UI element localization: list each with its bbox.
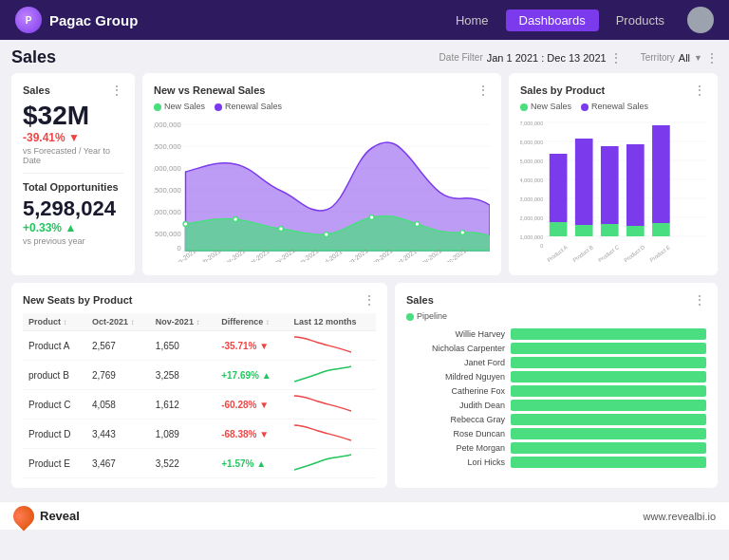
svg-text:4,000,000: 4,000,000 [520,177,543,183]
svg-text:Jan-2021: Jan-2021 [172,248,197,262]
svg-text:1,500,000: 1,500,000 [154,186,181,195]
cell-diff: -68.38% ▼ [215,420,288,449]
list-item: Lori Hicks [406,457,706,468]
territory-filter-label: Territory [641,52,675,63]
date-filter[interactable]: Date Filter Jan 1 2021 : Dec 13 2021 ⋮ [439,51,622,65]
svg-rect-60 [652,125,670,223]
page-title: Sales [11,47,56,67]
person-bar [511,371,706,383]
territory-filter-more[interactable]: ⋮ [706,51,718,65]
svg-text:Product C: Product C [597,244,620,262]
territory-chevron: ▼ [694,53,702,63]
sbp-legend-new: New Sales [531,102,571,111]
svg-rect-56 [626,226,645,236]
ns-more[interactable]: ⋮ [363,292,376,308]
person-bar [511,343,706,354]
svg-point-25 [183,222,188,227]
list-item: Mildred Nguyen [406,371,706,383]
nvr-chart: 3,000,000 2,500,000 2,000,000 1,500,000 … [154,115,490,262]
kpi-card: Sales ⋮ $32M -39.41% ▼ vs Forecasted / Y… [11,73,135,275]
person-name: Mildred Nguyen [406,372,511,382]
nvr-legend-renewal: Renewal Sales [225,102,282,111]
svg-text:3,000,000: 3,000,000 [154,121,181,129]
svg-point-30 [415,222,420,227]
page-content: Sales Date Filter Jan 1 2021 : Dec 13 20… [0,40,729,495]
col-oct: Oct-2021 ↕ [86,313,150,331]
table-row: Product C 4,058 1,612 -60.28% ▼ [23,390,376,420]
cell-nov: 3,258 [150,361,215,390]
person-name: Judith Dean [406,401,511,410]
person-name: Rebecca Gray [406,415,511,424]
nav-products[interactable]: Products [603,9,678,31]
person-name: Janet Ford [406,358,511,367]
cell-product: Product A [23,331,86,361]
date-filter-value: Jan 1 2021 : Dec 13 2021 [487,52,607,64]
sbp-legend: New Sales Renewal Sales [520,102,706,111]
table-row: product B 2,769 3,258 +17.69% ▲ [23,361,376,390]
footer-url: www.revealbi.io [644,511,716,522]
col-last12: Last 12 months [289,313,376,331]
nav-home[interactable]: Home [442,9,502,31]
kpi-opp-sub: vs previous year [23,236,123,246]
person-bar [511,400,706,411]
cell-spark [289,449,376,478]
svg-rect-54 [601,146,619,224]
sp-legend-label: Pipeline [417,311,447,321]
svg-rect-48 [550,154,568,222]
col-nov: Nov-2021 ↕ [150,313,215,331]
cell-oct: 3,443 [86,420,150,449]
kpi-opp-title: Total Opportunities [23,181,123,193]
kpi-sales-title: Sales [23,84,50,96]
footer-brand: Reveal [40,509,80,523]
new-seats-table: Product ↕ Oct-2021 ↕ Nov-2021 ↕ Differen… [23,313,376,478]
user-avatar[interactable] [687,7,714,33]
sbp-legend-renewal: Renewal Sales [591,102,648,111]
list-item: Rose Duncan [406,428,706,439]
sbp-more[interactable]: ⋮ [693,83,706,98]
nav-dashboards[interactable]: Dashboards [506,9,599,31]
navbar: P Pagac Group Home Dashboards Products [0,0,729,40]
svg-point-28 [324,233,328,237]
filter-bar: Date Filter Jan 1 2021 : Dec 13 2021 ⋮ T… [439,51,718,65]
kpi-opp-change: +0.33% ▲ [23,221,123,234]
table-row: Product D 3,443 1,089 -68.38% ▼ [23,420,376,449]
brand-name: Pagac Group [49,12,138,28]
list-item: Janet Ford [406,357,706,368]
new-seats-card: New Seats by Product ⋮ Product ↕ Oct-202… [11,283,387,488]
svg-text:6,000,000: 6,000,000 [520,140,543,145]
date-filter-more[interactable]: ⋮ [610,51,622,65]
nav-links: Home Dashboards Products [442,9,678,31]
cell-diff: -60.28% ▼ [215,390,288,420]
table-row: Product A 2,567 1,650 -35.71% ▼ [23,331,376,361]
cell-spark [289,331,376,361]
bottom-row: New Seats by Product ⋮ Product ↕ Oct-202… [11,283,718,488]
kpi-sales-sub: vs Forecasted / Year to Date [23,146,123,165]
cell-product: Product C [23,390,86,420]
cell-diff: +17.69% ▲ [215,361,288,390]
person-bar [511,442,706,454]
list-item: Pete Morgan [406,442,706,454]
person-bar [511,328,706,340]
person-name: Pete Morgan [406,443,511,453]
new-vs-renewal-card: New vs Renewal Sales ⋮ New Sales Renewal… [142,73,501,275]
person-bar [511,428,706,439]
date-filter-label: Date Filter [439,52,483,63]
table-row: Product E 3,467 3,522 +1.57% ▲ [23,449,376,478]
cell-diff: +1.57% ▲ [215,449,288,478]
person-name: Lori Hicks [406,457,511,467]
svg-rect-50 [575,225,593,236]
cell-spark [289,420,376,449]
sp-legend: Pipeline [406,311,706,321]
pipeline-bars: Willie Harvey Nicholas Carpenter Janet F… [406,325,706,475]
territory-filter[interactable]: Territory All ▼ ⋮ [641,51,718,65]
nvr-more[interactable]: ⋮ [477,83,490,98]
cell-nov: 3,522 [150,449,215,478]
sp-more[interactable]: ⋮ [693,292,706,308]
cell-spark [289,361,376,390]
svg-text:0: 0 [177,244,181,252]
svg-text:Product D: Product D [623,244,645,262]
kpi-more[interactable]: ⋮ [110,83,123,98]
person-bar [511,385,706,397]
cell-oct: 2,769 [86,361,150,390]
person-bar [511,357,706,368]
